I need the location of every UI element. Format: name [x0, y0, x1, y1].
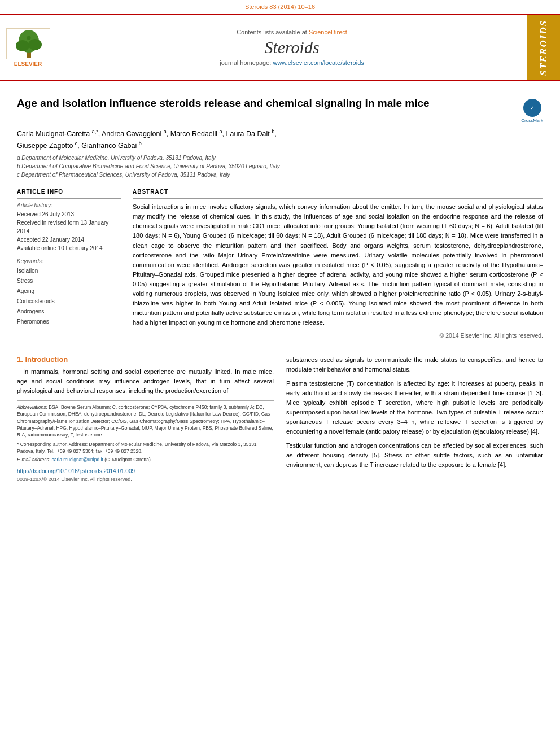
intro-paragraph3: Plasma testosterone (T) concentration is… — [286, 379, 543, 436]
available-date: Available online 10 February 2014 — [17, 244, 121, 252]
journal-name-display: Steroids — [264, 38, 319, 57]
sciencedirect-link[interactable]: ScienceDirect — [309, 29, 347, 36]
divider-abstract — [133, 198, 543, 199]
keywords-label: Keywords: — [17, 258, 121, 264]
elsevier-text: ELSEVIER — [14, 61, 42, 67]
keyword-androgens: Androgens — [17, 307, 121, 317]
history-label: Article history: — [17, 202, 121, 208]
affiliations: a Department of Molecular Medicine, Univ… — [17, 154, 543, 179]
copyright-line: © 2014 Elsevier Inc. All rights reserved… — [133, 332, 543, 339]
doi-link[interactable]: http://dx.doi.org/10.1016/j.steroids.201… — [17, 468, 135, 474]
keyword-isolation: Isolation — [17, 266, 121, 276]
body-section: 1. Introduction In mammals, hormonal set… — [17, 348, 543, 482]
abbreviations-text: Abbreviations: BSA, Bovine Serum Albumin… — [17, 404, 274, 439]
svg-point-4 — [28, 39, 42, 50]
abstract-text: Social interactions in mice involve olfa… — [133, 202, 543, 327]
email-link[interactable]: carla.mucignat@unipd.it — [51, 457, 103, 462]
sciencedirect-text: Contents lists available at ScienceDirec… — [237, 29, 347, 36]
corresponding-author-note: * Corresponding author. Address: Departm… — [17, 441, 274, 455]
email-line: E-mail address: carla.mucignat@unipd.it … — [17, 456, 274, 463]
homepage-url: www.elsevier.com/locate/steroids — [273, 59, 364, 66]
section-title-text: Introduction — [25, 355, 68, 364]
received-revised-date: Received in revised form 13 January 2014 — [17, 219, 121, 235]
authors-line: Carla Mucignat-Caretta a,*, Andrea Cavag… — [17, 128, 543, 151]
article-title: Age and isolation influence steroids rel… — [17, 97, 513, 111]
section-number: 1. — [17, 355, 23, 364]
journal-citation: Steroids 83 (2014) 10–16 — [245, 3, 315, 10]
svg-point-5 — [27, 36, 30, 40]
article-info-label: ARTICLE INFO — [17, 189, 121, 195]
steroids-brand-box: STEROIDS — [527, 15, 560, 80]
keyword-stress: Stress — [17, 276, 121, 286]
keywords-list: Isolation Stress Ageing Corticosteroids … — [17, 266, 121, 327]
keyword-ageing: Ageing — [17, 286, 121, 296]
elsevier-logo-area: ELSEVIER — [0, 15, 56, 80]
keyword-pheromones: Pheromones — [17, 317, 121, 327]
intro-paragraph4: Testicular function and androgen concent… — [286, 441, 543, 470]
affiliation-b: b Department of Comparative Biomedicine … — [17, 162, 543, 171]
intro-paragraph1: In mammals, hormonal setting and social … — [17, 367, 274, 396]
affiliation-a: a Department of Molecular Medicine, Univ… — [17, 154, 543, 162]
abstract-label: ABSTRACT — [133, 189, 543, 195]
section-1-title: 1. Introduction — [17, 355, 274, 364]
accepted-date: Accepted 22 January 2014 — [17, 235, 121, 244]
issn-line: 0039-128X/© 2014 Elsevier Inc. All right… — [17, 477, 274, 482]
keyword-corticosteroids: Corticosteroids — [17, 296, 121, 307]
affiliation-c: c Department of Pharmaceutical Sciences,… — [17, 171, 543, 179]
body-left-col: 1. Introduction In mammals, hormonal set… — [17, 355, 274, 482]
journal-header-center: Contents lists available at ScienceDirec… — [56, 15, 527, 80]
divider-top — [17, 184, 543, 184]
intro-paragraph2: substances used as signals to communicat… — [286, 355, 543, 374]
svg-point-3 — [16, 40, 29, 51]
received-date: Received 26 July 2013 — [17, 210, 121, 219]
elsevier-tree-icon — [6, 28, 50, 59]
divider-info — [17, 198, 121, 199]
journal-homepage: journal homepage: www.elsevier.com/locat… — [220, 59, 364, 66]
footnote-section: Abbreviations: BSA, Bovine Serum Albumin… — [17, 400, 274, 482]
crossmark-icon: ✓ CrossMark — [521, 99, 543, 123]
body-right-col: substances used as signals to communicat… — [286, 355, 543, 482]
